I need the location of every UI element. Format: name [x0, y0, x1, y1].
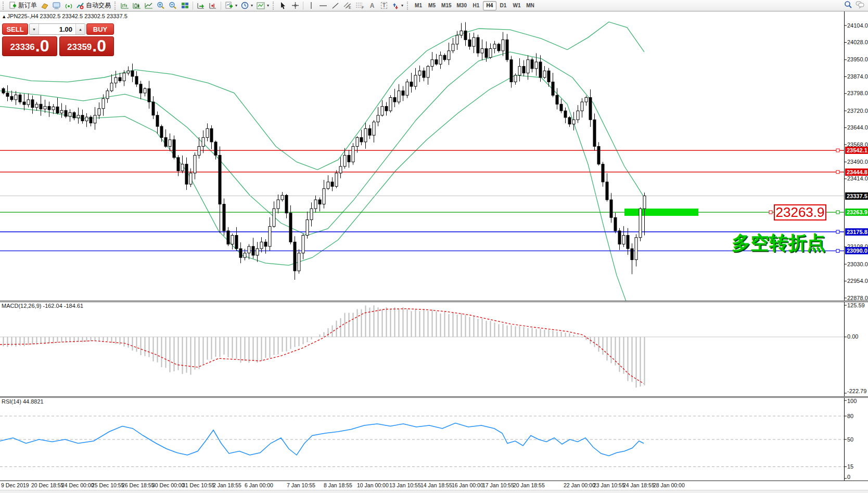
auto-trading-icon — [76, 2, 84, 9]
candle — [389, 95, 392, 113]
new-order-button[interactable]: 新订单 — [7, 1, 39, 10]
candle — [427, 65, 429, 85]
candle — [144, 87, 146, 97]
candle — [593, 113, 596, 150]
candle — [502, 32, 504, 56]
candle — [497, 43, 500, 53]
chat-icon[interactable] — [856, 1, 865, 10]
line-chart-button[interactable] — [143, 1, 155, 10]
candle — [231, 233, 234, 250]
candle — [60, 103, 63, 118]
timeframe-m5[interactable]: M5 — [425, 1, 439, 10]
toolbar-grip[interactable] — [3, 2, 5, 10]
timeframe-d1[interactable]: D1 — [496, 1, 510, 10]
candle — [614, 213, 617, 233]
candle — [139, 81, 142, 99]
auto-trading-button[interactable]: 自动交易 — [75, 1, 112, 10]
line-price-label: 23337.5 — [845, 192, 868, 200]
timeframe-h4[interactable]: H4 — [483, 1, 496, 10]
toolbar-grip[interactable] — [273, 2, 275, 10]
zoom-out-button[interactable] — [167, 1, 178, 10]
macd-signal-line — [0, 309, 644, 384]
auto-scroll-button[interactable] — [195, 1, 207, 10]
candle — [410, 73, 413, 93]
rsi-panel[interactable]: RSI(14) 44.8821 1008050150 — [0, 396, 868, 481]
sell-button[interactable]: SELL — [2, 23, 28, 35]
volume-decrease-button[interactable]: ▼ — [30, 24, 39, 34]
timeframe-w1[interactable]: W1 — [510, 1, 524, 10]
timeframe-m1[interactable]: M1 — [412, 1, 425, 10]
candle — [106, 88, 109, 103]
candle — [348, 150, 350, 168]
fibonacci-tool[interactable]: F — [354, 1, 366, 10]
sell-price[interactable]: 23336.0 — [2, 36, 57, 56]
terminal-button[interactable] — [51, 1, 62, 10]
bar-chart-button[interactable] — [119, 1, 131, 10]
toolbar-grip[interactable] — [114, 2, 117, 10]
candle — [373, 120, 375, 142]
candlestick-button[interactable] — [131, 1, 143, 10]
main-chart-panel[interactable]: 24104.024028.023950.023874.023798.023720… — [0, 11, 868, 301]
timeframe-h1[interactable]: H1 — [469, 1, 483, 10]
text-tool[interactable]: A — [366, 1, 378, 10]
timeframe-m30[interactable]: M30 — [454, 1, 469, 10]
horizontal-line-tool[interactable] — [317, 1, 329, 10]
timeframe-m15[interactable]: M15 — [439, 1, 454, 10]
volume-increase-button[interactable]: ▲ — [75, 24, 85, 34]
text-label-tool[interactable]: T — [378, 1, 390, 10]
candle — [610, 193, 612, 223]
candle — [364, 123, 367, 149]
templates-button[interactable]: ▾ — [255, 1, 271, 10]
turning-point-annotation[interactable]: 多空转折点 — [732, 230, 825, 256]
highlight-rectangle[interactable] — [624, 209, 698, 216]
buy-price[interactable]: 23359.0 — [59, 36, 114, 56]
periods-button[interactable]: ▾ — [239, 1, 254, 10]
bar-chart-icon — [121, 2, 129, 9]
indicators-button[interactable]: ▾ — [223, 1, 239, 10]
tile-windows-button[interactable] — [179, 1, 190, 10]
buy-button[interactable]: BUY — [86, 23, 114, 35]
callout-anchor[interactable] — [769, 211, 772, 214]
candle — [468, 33, 471, 49]
rsi-tick-label: 80 — [847, 413, 853, 420]
search-icon[interactable] — [844, 1, 852, 11]
timeframe-mn[interactable]: MN — [524, 1, 537, 10]
trendline-tool[interactable] — [329, 1, 341, 10]
main-chart-canvas — [0, 11, 868, 301]
vertical-line-tool[interactable] — [305, 1, 317, 10]
zoom-in-button[interactable] — [155, 1, 167, 10]
candle — [331, 177, 334, 191]
arrows-tool[interactable]: ▾ — [390, 1, 405, 10]
macd-panel[interactable]: MACD(12,26,9) -162.04 -184.61 125.590.00… — [0, 301, 868, 396]
horizontal-lines — [0, 149, 844, 252]
toolbar-separator — [221, 2, 221, 10]
candle — [2, 87, 5, 95]
chart-shift-button[interactable] — [207, 1, 219, 10]
text-label-icon: T — [381, 2, 387, 9]
candle — [339, 157, 342, 178]
candle — [185, 158, 188, 190]
toolbar-separator — [193, 2, 193, 10]
candle — [522, 60, 525, 76]
signals-button[interactable] — [63, 1, 74, 10]
arrows-icon — [392, 2, 399, 9]
candle — [223, 199, 225, 236]
candle — [606, 173, 608, 201]
candle — [631, 243, 633, 274]
market-watch-button[interactable] — [39, 1, 50, 10]
time-axis[interactable]: 9 Dec 201920 Dec 18:5524 Dec 00:0025 Dec… — [0, 481, 868, 490]
candle — [318, 198, 321, 212]
equidistant-channel-tool[interactable]: E — [341, 1, 353, 10]
price-callout-box[interactable]: 23263.9 — [774, 204, 826, 220]
candle — [65, 105, 67, 118]
candle — [398, 84, 400, 105]
volume-input[interactable]: 1.00 — [39, 24, 75, 34]
crosshair-button[interactable] — [289, 1, 301, 10]
chart-shift-icon — [209, 2, 217, 9]
candle — [556, 88, 558, 109]
collapse-arrow-icon[interactable]: ▴ — [3, 13, 7, 19]
chevron-down-icon: ▾ — [267, 3, 269, 8]
cursor-button[interactable] — [277, 1, 289, 10]
toolbar-grip[interactable] — [407, 2, 410, 10]
tile-windows-icon — [181, 2, 189, 9]
